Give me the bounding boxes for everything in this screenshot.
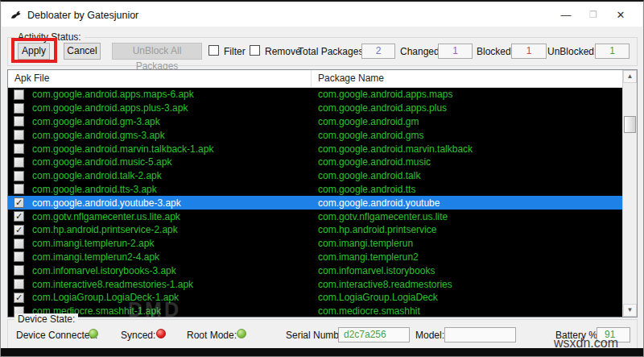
apk-file-cell: com.interactive8.readmestories-1.apk [32, 279, 311, 290]
row-checkbox-checked[interactable]: ✓ [14, 293, 24, 303]
package-name-cell: com.LogiaGroup.LogiaDeck [311, 292, 622, 303]
close-icon[interactable]: ✕ [607, 9, 634, 21]
table-row[interactable]: com.mediocre.smashhit-1.apkcom.mediocre.… [8, 305, 622, 317]
list-header: Apk File Package Name [8, 70, 622, 88]
scroll-thumb[interactable] [624, 116, 636, 133]
app-icon [10, 9, 22, 21]
apk-file-cell: com.gotv.nflgamecenter.us.lite.apk [32, 211, 311, 222]
table-row[interactable]: com.google.android.tts-3.apkcom.google.a… [8, 183, 622, 197]
table-row[interactable]: com.imangi.templerun-2.apkcom.imangi.tem… [8, 237, 622, 251]
row-checkbox-checked[interactable]: ✓ [14, 211, 24, 222]
list-scrollbar[interactable]: ▲ ▼ [622, 70, 637, 317]
window-controls: — ❒ ✕ [552, 3, 634, 27]
row-checkbox[interactable] [14, 239, 24, 249]
apply-button[interactable]: Apply [18, 43, 50, 60]
counter-label: Total Packages: [298, 46, 366, 57]
package-name-cell: com.google.android.gms [311, 130, 622, 141]
apk-file-cell: com.imangi.templerun-2.apk [32, 238, 311, 249]
row-checkbox-checked[interactable]: ✓ [14, 225, 24, 235]
package-name-cell: com.google.android.gm [311, 116, 622, 127]
row-checkbox[interactable] [14, 116, 24, 127]
row-checkbox[interactable] [14, 89, 24, 100]
filter-checkbox[interactable] [208, 45, 219, 56]
package-list: Apk File Package Name com.google.android… [7, 69, 638, 318]
package-name-cell: com.google.android.apps.plus [311, 102, 622, 114]
apk-file-cell: com.google.android.gms-3.apk [32, 130, 311, 141]
row-checkbox[interactable] [14, 265, 24, 276]
apk-file-cell: com.imangi.templerun2-4.apk [32, 251, 311, 263]
table-row[interactable]: com.google.android.gm-3.apkcom.google.an… [8, 115, 622, 129]
table-row[interactable]: com.imangi.templerun2-4.apkcom.imangi.te… [8, 251, 622, 264]
row-checkbox-checked[interactable]: ✓ [14, 197, 24, 208]
package-name-cell: com.google.android.music [311, 156, 622, 168]
device-field-value-box [444, 327, 516, 342]
device-indicator-label: Synced: [121, 330, 155, 341]
package-name-cell: com.imangi.templerun [311, 238, 622, 249]
row-checkbox[interactable] [14, 103, 24, 114]
apk-file-cell: com.google.android.talk-2.apk [32, 170, 311, 181]
package-name-cell: com.google.android.youtube [311, 197, 622, 209]
minimize-icon[interactable]: — [552, 9, 580, 21]
counter-label: UnBlocked: [547, 46, 597, 57]
counter-value-box: 1 [511, 44, 547, 59]
package-name-cell: com.imangi.templerun2 [311, 251, 622, 263]
row-checkbox[interactable] [14, 251, 24, 262]
title-bar: Debloater by Gatesjunior — ❒ ✕ [2, 3, 642, 27]
window-title: Debloater by Gatesjunior [27, 10, 138, 21]
device-field-label: Model: [415, 330, 444, 341]
package-name-cell: com.google.android.talk [311, 170, 622, 181]
table-row[interactable]: ✓com.hp.android.printservice-2.apkcom.hp… [8, 223, 622, 237]
table-row[interactable]: ✓com.google.android.youtube-3.apkcom.goo… [8, 196, 622, 210]
cancel-button[interactable]: Cancel [64, 43, 101, 60]
package-name-cell: com.hp.android.printservice [311, 224, 622, 235]
row-checkbox[interactable] [14, 184, 24, 194]
counter-label: Blocked: [477, 46, 514, 57]
status-dot-green [237, 329, 246, 338]
apk-file-cell: com.google.android.music-5.apk [32, 156, 311, 168]
apk-file-cell: com.google.android.tts-3.apk [32, 184, 311, 195]
table-row[interactable]: com.google.android.apps.maps-6.apkcom.go… [8, 88, 622, 102]
package-name-cell: com.mediocre.smashhit [311, 305, 622, 317]
table-row[interactable]: com.google.android.talk-2.apkcom.google.… [8, 169, 622, 183]
package-name-cell: com.google.android.marvin.talkback [311, 143, 622, 155]
counter-label: Changed: [400, 46, 442, 57]
status-dot-green [89, 329, 98, 338]
scroll-up-icon[interactable]: ▲ [623, 70, 637, 83]
table-row[interactable]: com.google.android.apps.plus-3.apkcom.go… [8, 102, 622, 115]
package-name-cell: com.gotv.nflgamecenter.us.lite [311, 211, 622, 222]
remove-checkbox-label: Remove [265, 46, 301, 57]
table-row[interactable]: com.google.android.gms-3.apkcom.google.a… [8, 128, 622, 142]
status-dot-red [156, 329, 166, 338]
counter-value-box: 1 [438, 44, 473, 59]
remove-checkbox[interactable] [250, 45, 260, 56]
table-row[interactable]: com.infomarvel.istorybooks-3.apkcom.info… [8, 264, 622, 277]
device-indicator-label: Device Connected: [16, 330, 97, 341]
row-checkbox[interactable] [14, 171, 24, 181]
table-row[interactable]: com.google.android.marvin.talkback-1.apk… [8, 142, 622, 156]
faint-watermark: DMD [128, 298, 181, 322]
device-indicator-label: Root Mode: [187, 330, 237, 341]
apk-file-cell: com.google.android.apps.maps-6.apk [32, 89, 311, 100]
bottom-black-bar [1, 348, 643, 356]
apk-file-cell: com.google.android.gm-3.apk [32, 116, 311, 127]
maximize-icon[interactable]: ❒ [580, 10, 607, 20]
scroll-down-icon[interactable]: ▼ [623, 304, 637, 317]
package-name-cell: com.interactive8.readmestories [311, 279, 622, 290]
row-checkbox[interactable] [14, 130, 24, 140]
row-checkbox[interactable] [14, 279, 24, 289]
apk-file-cell: com.hp.android.printservice-2.apk [32, 224, 311, 235]
column-header-package-name[interactable]: Package Name [312, 70, 622, 87]
table-row[interactable]: com.google.android.music-5.apkcom.google… [8, 156, 622, 169]
column-header-apk-file[interactable]: Apk File [8, 70, 312, 87]
counter-value-box: 2 [361, 44, 395, 59]
apk-file-cell: com.google.android.apps.plus-3.apk [32, 102, 311, 114]
table-row[interactable]: ✓com.gotv.nflgamecenter.us.lite.apkcom.g… [8, 210, 622, 223]
device-field-value-box: d2c7a256 [338, 327, 410, 342]
table-row[interactable]: ✓com.LogiaGroup.LogiaDeck-1.apkcom.Logia… [8, 291, 622, 305]
package-list-main: Apk File Package Name com.google.android… [8, 70, 622, 317]
app-window: Debloater by Gatesjunior — ❒ ✕ Activity … [0, 0, 644, 357]
table-row[interactable]: com.interactive8.readmestories-1.apkcom.… [8, 277, 622, 291]
row-checkbox[interactable] [14, 143, 24, 154]
activity-status-label: Activity Status: [14, 31, 85, 43]
row-checkbox[interactable] [14, 157, 24, 168]
